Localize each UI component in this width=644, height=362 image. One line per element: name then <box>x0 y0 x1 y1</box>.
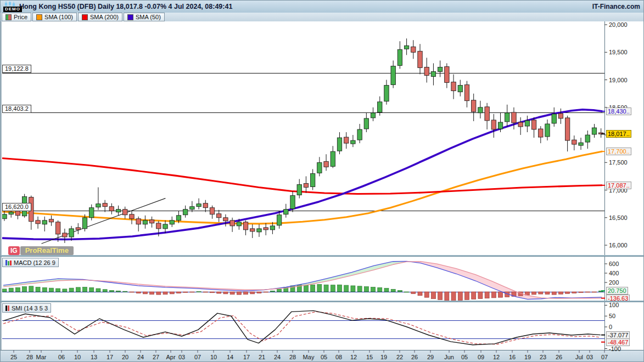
candle-body <box>451 82 456 91</box>
macd-histogram-bar <box>136 292 141 293</box>
macd-histogram-bar <box>351 286 355 292</box>
macd-histogram-bar <box>277 289 282 292</box>
macd-histogram-bar <box>391 289 395 292</box>
pane-divider[interactable] <box>1 255 643 257</box>
macd-histogram-bar <box>585 292 590 292</box>
macd-histogram-bar <box>532 292 536 295</box>
candle-body <box>539 129 543 137</box>
macd-histogram-bar <box>150 292 154 295</box>
smi-line <box>3 310 601 344</box>
macd-histogram-bar <box>257 292 261 293</box>
candle-body <box>585 135 590 142</box>
macd-histogram-bar <box>499 292 503 297</box>
candle-body <box>518 122 523 127</box>
macd-histogram-bar <box>109 290 114 292</box>
macd-histogram-bar <box>203 292 208 292</box>
candle-body <box>130 214 134 219</box>
macd-histogram-bar <box>237 292 241 295</box>
candle-body <box>445 66 449 82</box>
macd-histogram-bar <box>156 292 161 295</box>
candle-body <box>418 51 422 67</box>
macd-histogram-bar <box>42 287 47 292</box>
candle-body <box>223 218 228 221</box>
candle-body <box>364 118 368 129</box>
candle-body <box>36 220 40 224</box>
candle-body <box>491 120 496 129</box>
smi-signal-line <box>3 312 601 344</box>
candle-body <box>277 215 281 225</box>
macd-histogram-bar <box>76 287 80 292</box>
macd-histogram-bar <box>539 292 543 294</box>
macd-histogram-bar <box>344 285 349 292</box>
candle-body <box>270 226 275 230</box>
macd-histogram-bar <box>558 292 563 294</box>
macd-histogram-bar <box>190 292 194 292</box>
chart-window: DEMO Hong Kong HS50 (DFB) Daily 18,017.8… <box>0 0 644 362</box>
candle-body <box>384 86 389 101</box>
chart-canvas[interactable] <box>1 1 644 362</box>
candle-body <box>63 233 67 237</box>
legend-tab-sma-200[interactable]: SMA (200) <box>78 13 122 21</box>
candle-body <box>558 114 563 118</box>
candle-body <box>250 229 255 231</box>
candle-body <box>156 223 161 229</box>
candle-body <box>109 207 114 211</box>
macd-histogram-bar <box>478 292 483 299</box>
candle-body <box>391 66 395 84</box>
candle-body <box>337 138 341 151</box>
macd-fill <box>475 275 492 288</box>
macd-histogram-bar <box>210 292 215 293</box>
legend-tab-label: SMA (100) <box>44 14 73 20</box>
macd-label: MACD (12 26 9 <box>14 259 55 266</box>
macd-histogram-bar <box>324 285 328 292</box>
candle-body <box>565 118 569 140</box>
macd-histogram-bar <box>384 289 389 292</box>
candle-body <box>310 173 315 186</box>
legend-tab-label: SMA (50) <box>136 14 161 20</box>
brand-link[interactable]: IT-Finance.com <box>592 3 640 10</box>
candle-body <box>458 86 462 92</box>
pane-divider[interactable] <box>1 301 643 302</box>
candle-body <box>203 203 208 208</box>
candle-body <box>82 218 87 229</box>
candle-body <box>424 67 429 75</box>
candle-body <box>498 122 502 129</box>
macd-histogram-bar <box>197 292 201 292</box>
candle-body <box>552 114 556 123</box>
macd-histogram-bar <box>116 291 121 292</box>
macd-histogram-bar <box>565 292 570 293</box>
legend-tab-price[interactable]: Price <box>2 13 31 21</box>
macd-histogram-bar <box>572 292 576 293</box>
candle-body <box>579 143 583 145</box>
candle-body <box>264 228 268 230</box>
smi-icon <box>5 306 9 311</box>
candle-body <box>397 49 402 65</box>
macd-icon <box>5 260 12 265</box>
candle-body <box>76 228 80 230</box>
macd-histogram-bar <box>56 289 60 292</box>
candle-body <box>304 183 308 187</box>
legend-tab-sma-50[interactable]: SMA (50) <box>124 13 165 21</box>
macd-indicator-tab[interactable]: MACD (12 26 9 <box>2 258 59 267</box>
macd-histogram-bar <box>15 287 20 292</box>
macd-histogram-bar <box>371 287 376 292</box>
candle-body <box>505 113 509 122</box>
macd-histogram-bar <box>592 292 596 292</box>
smi-indicator-tab[interactable]: SMI (14 3 5 3 <box>2 303 51 313</box>
macd-histogram-bar <box>49 288 53 292</box>
candle-body <box>572 140 576 144</box>
macd-histogram-bar <box>338 285 342 292</box>
macd-histogram-bar <box>311 285 315 292</box>
macd-histogram-bar <box>36 287 40 292</box>
candle-body <box>89 208 94 218</box>
legend-tab-sma-100[interactable]: SMA (100) <box>32 13 77 21</box>
macd-histogram-bar <box>445 292 449 301</box>
macd-histogram-bar <box>217 292 221 293</box>
macd-histogram-bar <box>424 292 429 297</box>
candle-body <box>149 220 154 223</box>
sma-swatch-icon <box>36 14 42 20</box>
candle-body <box>55 222 60 234</box>
candle-body <box>371 113 375 118</box>
macd-histogram-bar <box>331 285 335 292</box>
candle-body <box>42 220 47 224</box>
